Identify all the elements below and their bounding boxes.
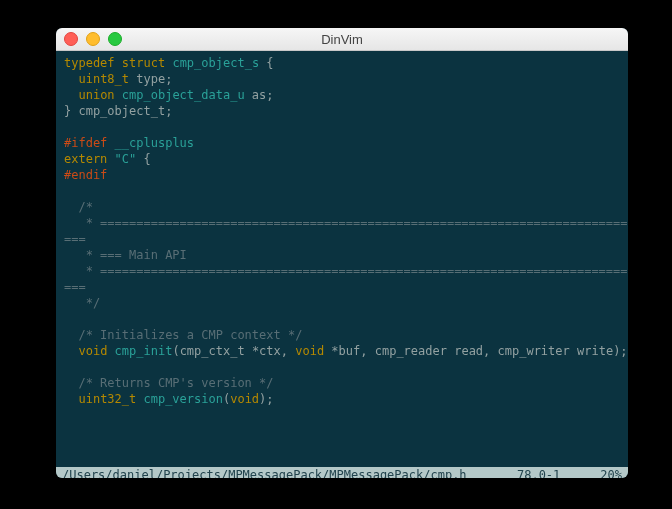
zoom-icon[interactable] bbox=[108, 32, 122, 46]
code-token: { bbox=[136, 152, 150, 166]
code-comment: === bbox=[64, 280, 86, 294]
code-token: void bbox=[295, 344, 331, 358]
code-token: { bbox=[259, 56, 273, 70]
code-token: cmp_object_s bbox=[172, 56, 259, 70]
traffic-lights bbox=[64, 32, 122, 46]
code-token: uint8_t bbox=[78, 72, 129, 86]
status-bar: /Users/daniel/Projects/MPMessagePack/MPM… bbox=[56, 467, 628, 478]
code-token: typedef bbox=[64, 56, 115, 70]
code-token: uint32_t bbox=[78, 392, 136, 406]
code-token: cmp_init bbox=[107, 344, 172, 358]
code-comment: */ bbox=[64, 296, 100, 310]
minimize-icon[interactable] bbox=[86, 32, 100, 46]
code-token: #endif bbox=[64, 168, 107, 182]
close-icon[interactable] bbox=[64, 32, 78, 46]
code-comment: * ======================================… bbox=[64, 264, 628, 278]
code-comment: /* Returns CMP's version */ bbox=[64, 376, 274, 390]
editor-viewport[interactable]: typedef struct cmp_object_s { uint8_t ty… bbox=[56, 51, 628, 467]
code-comment: /* Initializes a CMP context */ bbox=[64, 328, 302, 342]
code-token: type; bbox=[129, 72, 172, 86]
code-token: void bbox=[78, 344, 107, 358]
code-token: extern bbox=[64, 152, 107, 166]
code-token: union bbox=[78, 88, 114, 102]
code-token: *ctx, bbox=[252, 344, 295, 358]
code-token: struct bbox=[122, 56, 165, 70]
code-comment: * ======================================… bbox=[64, 216, 628, 230]
code-token: #ifdef bbox=[64, 136, 107, 150]
code-token: *buf, cmp_reader read, cmp_writer write bbox=[331, 344, 613, 358]
status-file-path: /Users/daniel/Projects/MPMessagePack/MPM… bbox=[62, 468, 467, 478]
app-window: DinVim typedef struct cmp_object_s { uin… bbox=[56, 28, 628, 478]
code-token: cmp_version bbox=[136, 392, 223, 406]
code-token: cmp_object_data_u bbox=[115, 88, 245, 102]
code-token: "C" bbox=[107, 152, 136, 166]
window-title: DinVim bbox=[56, 32, 628, 47]
status-cursor-pos: 78,0-1 bbox=[517, 468, 560, 478]
code-token: cmp_ctx_t bbox=[180, 344, 252, 358]
code-token: void bbox=[230, 392, 259, 406]
code-comment: * === Main API bbox=[64, 248, 187, 262]
code-token: as; bbox=[245, 88, 274, 102]
code-comment: === bbox=[64, 232, 86, 246]
code-token: __cplusplus bbox=[107, 136, 194, 150]
code-comment: /* bbox=[64, 200, 93, 214]
code-token: } cmp_object_t; bbox=[64, 104, 172, 118]
status-scroll-pct: 20% bbox=[600, 468, 622, 478]
titlebar[interactable]: DinVim bbox=[56, 28, 628, 51]
